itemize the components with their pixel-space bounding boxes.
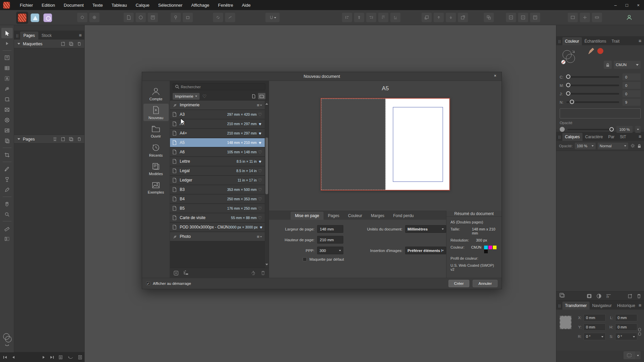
sidebar-item-exemples[interactable]: Exemples (143, 179, 169, 196)
list-item[interactable]: A5 148 mm × 210 mm (170, 138, 265, 147)
new-doc-icon[interactable] (124, 13, 134, 22)
move-to-back-icon[interactable] (458, 13, 468, 22)
section-menu-icon[interactable]: ≡ (257, 234, 259, 239)
heart-icon[interactable] (257, 197, 263, 202)
rulers-icon[interactable] (592, 13, 602, 22)
slider-track[interactable] (566, 85, 619, 86)
search-input[interactable] (181, 85, 263, 89)
vector-crop-tool[interactable] (1, 150, 13, 160)
insert-top-icon[interactable] (530, 13, 540, 22)
panel-grip[interactable]: || (558, 39, 561, 43)
list-scrollbar[interactable] (265, 101, 268, 268)
add-master-icon[interactable] (60, 41, 66, 46)
create-button[interactable]: Créer (448, 280, 470, 287)
slider-thumb[interactable] (570, 100, 574, 104)
zoom-tool[interactable] (1, 209, 13, 219)
node-tool[interactable] (1, 38, 13, 49)
maquettes-section-header[interactable]: Maquettes (14, 40, 84, 48)
slider-track[interactable] (566, 93, 619, 95)
slider-thumb[interactable] (566, 91, 570, 96)
list-item[interactable]: Legal 8.5 in × 14 in (170, 166, 265, 175)
list-item[interactable]: Ledger 11 in × 17 in (170, 176, 265, 185)
panel-grip[interactable]: || (16, 34, 19, 38)
previous-page-icon[interactable] (11, 355, 15, 359)
tab-echantillons[interactable]: Échantillons (582, 37, 609, 45)
align-top-icon[interactable] (378, 13, 388, 22)
last-page-icon[interactable] (50, 355, 54, 359)
sidebar-item-compte[interactable]: Compte (143, 85, 169, 102)
close-button[interactable]: × (633, 0, 644, 10)
color-picker-icon[interactable] (587, 47, 596, 55)
scrollbar-thumb[interactable] (265, 138, 268, 194)
menu-item[interactable]: Fenêtre (214, 1, 238, 10)
tab-caractere[interactable]: Caractère (583, 133, 606, 141)
align-right-icon[interactable] (366, 13, 376, 22)
move-to-front-icon[interactable] (422, 13, 432, 22)
panel-menu-icon[interactable]: ≡ (79, 33, 84, 40)
snapping-icon[interactable] (265, 13, 280, 22)
tab-couleur[interactable]: Couleur (562, 37, 582, 45)
panel-grip[interactable]: || (558, 135, 561, 139)
dialog-close-icon[interactable]: × (492, 73, 498, 78)
list-item[interactable]: A3 297 mm × 420 mm (170, 110, 265, 119)
slider-thumb[interactable] (566, 74, 570, 79)
heart-icon[interactable] (257, 159, 263, 164)
pen-tool[interactable] (1, 84, 13, 94)
menu-item[interactable]: Texte (88, 1, 107, 10)
tab-transformer[interactable]: Transformer (562, 302, 590, 310)
shear-field[interactable]: 0 ° (615, 333, 637, 340)
mask-icon[interactable] (587, 294, 592, 299)
adjustment-icon[interactable] (596, 294, 602, 299)
category-select[interactable]: Imprimerie (173, 93, 200, 100)
sidebar-item-recents[interactable]: Récents (143, 141, 169, 159)
tab-marges[interactable]: Marges (367, 212, 389, 220)
first-page-icon[interactable] (3, 355, 7, 359)
section-photo[interactable]: Photo ≡ (170, 232, 265, 241)
list-item[interactable]: POD 3000x3000px - CMJN 3000 px × 3000 px (170, 223, 265, 231)
cancel-button[interactable]: Annuler (473, 280, 498, 287)
edit-icon[interactable] (251, 270, 256, 275)
scroll-up-icon[interactable] (265, 102, 268, 105)
view-tool[interactable] (1, 199, 13, 209)
menu-item[interactable]: Sélectionner (154, 1, 187, 10)
heart-icon[interactable] (257, 112, 263, 117)
panel-menu-icon[interactable]: ≡ (639, 303, 644, 310)
preview-mode-icon[interactable] (568, 13, 578, 22)
pages-section-header[interactable]: Pages (14, 135, 84, 144)
resource-manager-icon[interactable] (183, 13, 193, 22)
duplicate-icon[interactable] (69, 41, 74, 46)
artistic-text-tool[interactable] (1, 73, 13, 84)
fill-stroke-selector-icon[interactable] (559, 47, 581, 67)
slider-track[interactable] (566, 101, 619, 103)
blend-mode-select[interactable]: Normal (598, 143, 628, 149)
tab-pages[interactable]: Pages (324, 212, 344, 220)
align-center-icon[interactable] (354, 13, 364, 22)
units-select[interactable]: Millimètres (405, 225, 446, 233)
sidebar-item-ouvrir[interactable]: Ouvrir (143, 122, 169, 140)
hyperlink-icon[interactable] (225, 13, 235, 22)
opacity-slider-thumb[interactable] (609, 127, 614, 132)
menu-item[interactable]: Edition (37, 1, 59, 10)
trash-icon[interactable] (77, 41, 82, 46)
new-category-icon[interactable] (183, 270, 189, 275)
photo-app-button[interactable] (42, 12, 54, 24)
tab-navigateur[interactable]: Navigateur (590, 302, 614, 310)
tab-mise-en-page[interactable]: Mise en page (291, 212, 324, 220)
save-icon[interactable] (148, 13, 158, 22)
place-image-tool[interactable] (1, 125, 13, 136)
heart-icon[interactable] (257, 187, 263, 192)
menu-item[interactable]: Affichage (187, 1, 214, 10)
style-picker-tool[interactable] (1, 234, 13, 244)
pages-view-icon[interactable] (58, 355, 63, 360)
new-preset-icon[interactable] (173, 270, 179, 276)
dpi-select[interactable]: 300 (317, 247, 343, 254)
heart-icon[interactable] (257, 150, 263, 155)
default-master-checkbox[interactable] (303, 257, 307, 261)
measure-tool[interactable] (1, 223, 13, 234)
heart-icon[interactable] (257, 178, 263, 183)
color-mode-select[interactable]: CMJN (614, 61, 641, 69)
group-icon[interactable] (484, 13, 494, 22)
section-imprimerie[interactable]: Imprimerie ≡ (170, 101, 265, 109)
x-field[interactable]: 0 mm (584, 314, 606, 321)
opacity-preset-button[interactable] (635, 126, 641, 133)
